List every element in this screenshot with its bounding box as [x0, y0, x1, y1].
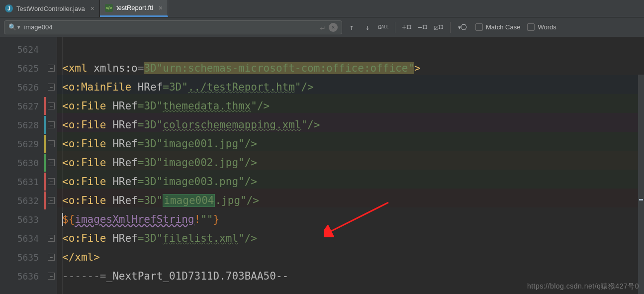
line-number: 5626 — [0, 82, 53, 93]
line-number: 5635 — [0, 252, 53, 263]
code-line[interactable]: <o:MainFile HRef=3D"../testReport.htm"/> — [57, 78, 644, 97]
line-number: 5624 — [0, 44, 53, 55]
tab-label: TestWordController.java — [16, 5, 85, 12]
checkbox-icon — [475, 23, 483, 31]
tab-label: testReport.ftl — [116, 4, 153, 11]
code-line[interactable]: <o:File HRef=3D"image001.jpg"/> — [57, 134, 644, 153]
code-line[interactable]: ${imagesXmlHrefString!""} — [57, 210, 644, 229]
tab-java[interactable]: J TestWordController.java × — [0, 0, 100, 17]
search-box[interactable]: 🔍 ▼ ↵ ✕ — [4, 20, 342, 34]
search-input[interactable] — [24, 23, 320, 31]
match-case-checkbox[interactable]: Match Case — [475, 23, 520, 31]
find-toolbar: 🔍 ▼ ↵ ✕ ↑ ↓ ΩALL +II −II ☑II ▾⎔ Match Ca… — [0, 17, 644, 37]
next-match-button[interactable]: ↓ — [361, 21, 374, 34]
close-icon[interactable]: × — [91, 4, 94, 12]
diff-marker — [44, 192, 46, 209]
diff-marker — [44, 154, 46, 172]
fold-icon[interactable]: − — [48, 254, 55, 261]
line-number: 5634 — [0, 233, 53, 244]
code-line[interactable]: <o:File HRef=3D"image004.jpg"/> — [57, 191, 644, 210]
tab-ftl[interactable]: </> testReport.ftl × — [100, 0, 168, 17]
clear-icon[interactable]: ✕ — [329, 23, 338, 32]
code-line[interactable]: <o:File HRef=3D"filelist.xml"/> — [57, 229, 644, 248]
watermark: https://blog.csdn.net/q猿猴427号0 — [527, 282, 639, 291]
add-selection-button[interactable]: +II — [400, 21, 413, 34]
separator — [450, 22, 451, 33]
select-all-button[interactable]: ΩALL — [377, 21, 390, 34]
code-line[interactable]: <o:File HRef=3D"image003.png"/> — [57, 172, 644, 191]
fold-icon[interactable]: − — [48, 121, 55, 128]
fold-icon[interactable]: − — [48, 102, 55, 109]
code-line[interactable]: <xml xmlns:o=3D"urn:schemas-microsoft-co… — [57, 59, 644, 78]
fold-icon[interactable]: − — [48, 140, 55, 147]
scroll-marker — [639, 199, 643, 200]
checkbox-icon — [527, 23, 535, 31]
line-number: 5636 — [0, 271, 53, 282]
fold-icon[interactable]: − — [48, 235, 55, 242]
code-line[interactable]: <o:File HRef=3D"image002.jpg"/> — [57, 153, 644, 172]
code-line[interactable]: </xml> — [57, 248, 644, 267]
fold-icon[interactable]: − — [48, 273, 55, 280]
code-line[interactable]: <o:File HRef=3D"themedata.thmx"/> — [57, 97, 644, 115]
fold-icon[interactable]: − — [48, 159, 55, 166]
java-file-icon: J — [5, 4, 13, 12]
gutter: 5624 5625− 5626− 5627− 5628− 5629− 5630−… — [0, 37, 57, 294]
diff-marker — [44, 135, 46, 153]
diff-marker — [44, 173, 46, 191]
remove-selection-button[interactable]: −II — [416, 21, 429, 34]
close-icon[interactable]: × — [159, 4, 163, 12]
diff-marker — [44, 116, 46, 134]
editor-tabs: J TestWordController.java × </> testRepo… — [0, 0, 644, 17]
chevron-down-icon[interactable]: ▼ — [17, 25, 20, 30]
fold-icon[interactable]: − — [48, 84, 55, 91]
fold-icon[interactable]: − — [48, 65, 55, 72]
line-number: 5625 — [0, 63, 53, 74]
line-number: 5633 — [0, 214, 53, 225]
code-line[interactable] — [57, 40, 644, 59]
search-highlight: image004 — [163, 194, 215, 207]
words-checkbox[interactable]: Words — [527, 23, 556, 31]
search-icon: 🔍 — [8, 23, 16, 31]
prev-match-button[interactable]: ↑ — [345, 21, 358, 34]
scrollbar[interactable] — [638, 75, 644, 294]
fold-icon[interactable]: − — [48, 178, 55, 185]
separator — [395, 22, 395, 33]
diff-marker — [44, 97, 46, 115]
code-editor[interactable]: 5624 5625− 5626− 5627− 5628− 5629− 5630−… — [0, 37, 644, 294]
code-area[interactable]: <xml xmlns:o=3D"urn:schemas-microsoft-co… — [57, 37, 644, 294]
filter-button[interactable]: ▾⎔ — [456, 21, 468, 34]
code-line[interactable]: <o:File HRef=3D"colorschememapping.xml"/… — [57, 115, 644, 134]
fold-icon[interactable]: − — [48, 197, 55, 204]
select-occurrences-button[interactable]: ☑II — [432, 21, 445, 34]
enter-hint-icon: ↵ — [320, 22, 325, 32]
text-cursor — [62, 213, 63, 226]
ftl-file-icon: </> — [105, 4, 113, 12]
